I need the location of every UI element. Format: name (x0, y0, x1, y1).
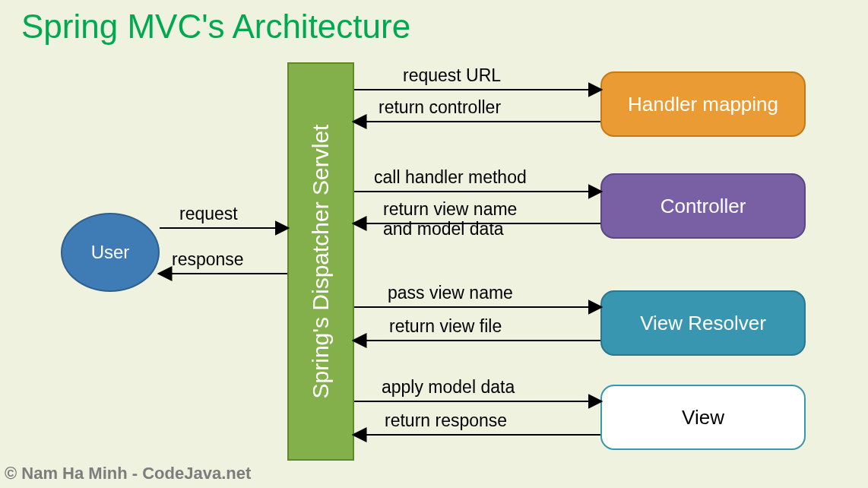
view-resolver-label: View Resolver (640, 312, 766, 335)
view-label: View (682, 406, 724, 429)
handler-mapping-node: Handler mapping (600, 71, 806, 137)
label-from-controller: return view name and model data (383, 199, 517, 239)
view-resolver-node: View Resolver (600, 290, 806, 356)
controller-node: Controller (600, 173, 806, 239)
controller-label: Controller (661, 195, 746, 218)
label-from-view: return response (385, 410, 507, 430)
label-to-view-resolver: pass view name (388, 283, 513, 303)
view-node: View (600, 385, 806, 450)
label-to-view: apply model data (382, 377, 515, 397)
handler-mapping-label: Handler mapping (628, 93, 778, 116)
user-node-label: User (91, 242, 130, 263)
label-from-handler-mapping: return controller (379, 97, 501, 117)
label-request: request (179, 204, 238, 223)
dispatcher-servlet-label: Spring's Dispatcher Servlet (308, 125, 334, 399)
label-response: response (172, 249, 244, 269)
label-from-view-resolver: return view file (389, 316, 502, 336)
diagram-title: Spring MVC's Architecture (21, 8, 410, 46)
dispatcher-servlet-node: Spring's Dispatcher Servlet (287, 62, 354, 461)
user-node: User (61, 213, 160, 292)
label-to-handler-mapping: request URL (403, 65, 501, 85)
copyright-text: © Nam Ha Minh - CodeJava.net (5, 464, 251, 483)
label-to-controller: call handler method (374, 167, 527, 187)
